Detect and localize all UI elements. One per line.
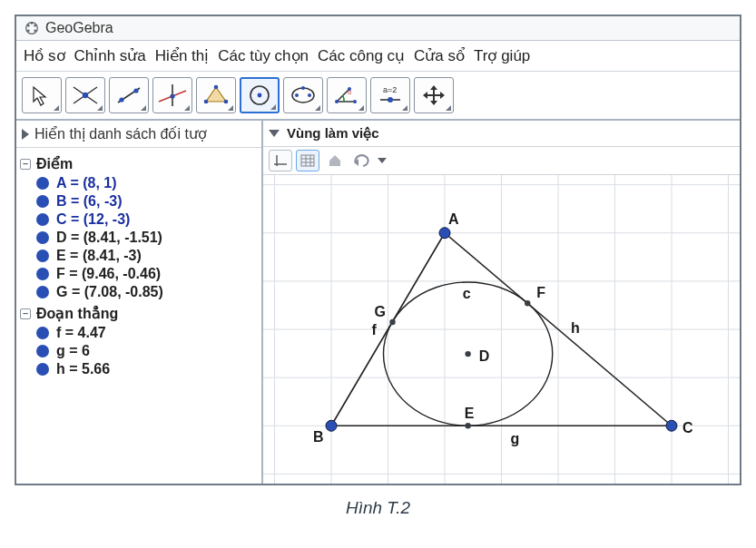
svg-text:a=2: a=2 <box>383 85 397 94</box>
polygon-tool[interactable] <box>196 77 236 113</box>
algebra-panel-title: Hiển thị danh sách đối tượ <box>34 125 207 142</box>
svg-point-8 <box>83 93 88 98</box>
dropdown-tri-icon <box>54 105 59 111</box>
app-window: GeoGebra Hồ sơ Chỉnh sửa Hiển thị Các tù… <box>15 15 741 485</box>
point-label-D: D <box>479 348 490 364</box>
object-tree: – Điểm A = (8, 1) B = (6, -3) C = (12, -… <box>16 148 261 382</box>
algebra-panel-header[interactable]: Hiển thị danh sách đối tượ <box>16 121 261 148</box>
group-label: Đoạn thẳng <box>36 305 118 322</box>
undo-button[interactable] <box>350 150 374 171</box>
point-G[interactable] <box>389 319 395 325</box>
object-point-g[interactable]: G = (7.08, -0.85) <box>18 283 258 301</box>
menu-tuychon[interactable]: Các tùy chọn <box>218 46 309 65</box>
dropdown-tri-icon <box>97 105 103 111</box>
line-tool[interactable] <box>109 77 149 113</box>
algebra-panel: Hiển thị danh sách đối tượ – Điểm A = (8… <box>16 121 263 484</box>
group-header-segments[interactable]: – Đoạn thẳng <box>18 303 258 324</box>
geogebra-icon <box>24 20 40 36</box>
group-header-points[interactable]: – Điểm <box>18 153 258 174</box>
object-point-a[interactable]: A = (8, 1) <box>18 174 258 192</box>
menu-chinhsua[interactable]: Chỉnh sửa <box>74 46 146 65</box>
dropdown-tri-icon <box>184 105 190 111</box>
menu-cuaso[interactable]: Cửa sổ <box>414 46 465 65</box>
svg-point-20 <box>258 93 262 98</box>
object-point-d[interactable]: D = (8.41, -1.51) <box>18 229 258 247</box>
svg-point-10 <box>119 97 123 102</box>
menu-hoso[interactable]: Hồ sơ <box>24 46 65 65</box>
perpendicular-tool[interactable] <box>152 77 192 113</box>
app-body: Hiển thị danh sách đối tượ – Điểm A = (8… <box>16 121 740 484</box>
svg-point-16 <box>214 85 219 90</box>
point-bullet-icon <box>36 231 49 244</box>
point-bullet-icon <box>36 286 49 298</box>
menubar: Hồ sơ Chỉnh sửa Hiển thị Các tùy chọn Cá… <box>16 41 740 72</box>
dropdown-tri-icon <box>315 105 320 111</box>
move-tool[interactable] <box>22 77 62 113</box>
point-D[interactable] <box>465 351 470 357</box>
point-bullet-icon <box>36 268 49 280</box>
app-title: GeoGebra <box>45 20 113 36</box>
object-point-c[interactable]: C = (12, -3) <box>18 210 258 229</box>
dropdown-tri-icon <box>446 105 451 111</box>
svg-point-3 <box>27 29 30 32</box>
svg-point-23 <box>308 93 311 97</box>
point-label-A: A <box>448 211 459 227</box>
point-A[interactable] <box>439 228 450 239</box>
object-point-e[interactable]: E = (8.41, -3) <box>18 247 258 265</box>
svg-rect-34 <box>301 155 314 166</box>
object-segment-h[interactable]: h = 5.66 <box>18 360 258 378</box>
collapse-icon: – <box>20 159 31 170</box>
point-tool[interactable] <box>65 77 105 113</box>
point-C[interactable] <box>666 420 677 431</box>
dropdown-tri-icon <box>358 105 364 111</box>
home-button[interactable] <box>323 150 347 171</box>
ellipse-tool[interactable] <box>283 77 323 113</box>
point-bullet-icon <box>36 363 49 376</box>
object-segment-f[interactable]: f = 4.47 <box>18 324 258 342</box>
svg-point-27 <box>353 100 357 103</box>
group-segments: – Đoạn thẳng f = 4.47 g = 6 h = 5.66 <box>18 303 258 378</box>
point-bullet-icon <box>36 177 49 190</box>
graphics-canvas[interactable]: ABCDEFGfghc <box>263 175 740 484</box>
svg-point-11 <box>133 88 138 93</box>
group-label: Điểm <box>36 155 73 172</box>
menu-hienthi[interactable]: Hiển thị <box>155 46 209 65</box>
object-segment-g[interactable]: g = 6 <box>18 342 258 360</box>
graphics-panel-header[interactable]: Vùng làm việc <box>263 121 740 147</box>
svg-point-22 <box>295 93 299 97</box>
point-B[interactable] <box>326 420 337 431</box>
titlebar: GeoGebra <box>16 16 740 41</box>
object-point-b[interactable]: B = (6, -3) <box>18 192 258 210</box>
point-label-B: B <box>313 429 324 445</box>
point-F[interactable] <box>525 300 530 306</box>
svg-point-1 <box>27 24 30 27</box>
graphics-toolbar <box>263 147 740 175</box>
point-bullet-icon <box>36 195 49 208</box>
point-label-G: G <box>375 304 386 319</box>
figure-caption: Hình T.2 <box>15 498 741 518</box>
menu-trogiup[interactable]: Trợ giúp <box>474 46 530 65</box>
point-bullet-icon <box>36 327 49 339</box>
object-point-f[interactable]: F = (9.46, -0.46) <box>18 265 258 283</box>
point-E[interactable] <box>465 423 470 428</box>
svg-point-14 <box>170 93 174 98</box>
grid-toggle[interactable] <box>296 150 319 171</box>
point-bullet-icon <box>36 213 49 226</box>
collapse-right-icon <box>22 129 29 140</box>
circle-center-tool[interactable] <box>240 77 280 113</box>
svg-point-26 <box>335 100 339 103</box>
move-view-tool[interactable] <box>414 77 454 113</box>
svg-point-31 <box>388 97 393 103</box>
group-points: – Điểm A = (8, 1) B = (6, -3) C = (12, -… <box>18 153 258 301</box>
point-label-F: F <box>536 285 545 300</box>
angle-tool[interactable]: α <box>327 77 367 113</box>
svg-point-17 <box>224 100 229 104</box>
segment-label-g: g <box>511 431 520 446</box>
axes-toggle[interactable] <box>269 150 292 171</box>
graphics-panel-title: Vùng làm việc <box>287 125 379 142</box>
segment-label-f: f <box>372 322 378 338</box>
menu-congcu[interactable]: Các công cụ <box>318 46 405 65</box>
slider-tool[interactable]: a=2 <box>370 77 410 113</box>
dropdown-tri-icon[interactable] <box>378 158 387 163</box>
svg-marker-15 <box>206 87 226 102</box>
